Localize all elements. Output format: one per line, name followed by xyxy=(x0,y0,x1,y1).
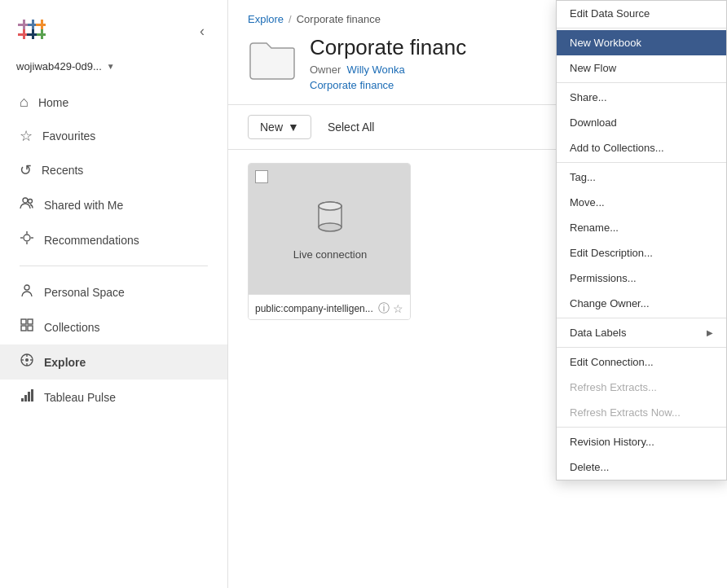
sidebar-item-collections[interactable]: Collections xyxy=(0,309,227,344)
svg-rect-33 xyxy=(31,389,33,402)
new-button-chevron-icon: ▼ xyxy=(288,121,299,134)
menu-item-new-workbook[interactable]: New Workbook xyxy=(557,30,726,55)
menu-item-label: Tag... xyxy=(570,171,596,183)
dropdown-menu[interactable]: Edit Data Source New Workbook New Flow S… xyxy=(556,0,727,480)
svg-point-19 xyxy=(24,285,29,290)
sidebar-item-home[interactable]: ⌂ Home xyxy=(0,86,227,119)
svg-rect-11 xyxy=(18,24,28,26)
database-icon xyxy=(315,198,346,235)
project-owner-link[interactable]: Willy Wonka xyxy=(347,64,405,76)
user-menu-trigger[interactable]: wojiwab429-0d9... ▼ xyxy=(0,55,227,86)
favourite-star-icon[interactable]: ☆ xyxy=(393,302,403,315)
collections-icon xyxy=(20,318,34,336)
new-button[interactable]: New ▼ xyxy=(248,115,311,139)
menu-item-data-labels[interactable]: Data Labels ▶ xyxy=(557,320,726,345)
select-all-button[interactable]: Select All xyxy=(321,116,381,138)
menu-item-refresh-extracts: Refresh Extracts... xyxy=(557,375,726,400)
menu-item-download[interactable]: Download xyxy=(557,110,726,135)
svg-rect-23 xyxy=(28,326,33,331)
svg-point-39 xyxy=(319,202,341,210)
user-menu-chevron-icon: ▼ xyxy=(107,62,115,71)
sidebar-item-label: Recents xyxy=(42,164,83,177)
menu-item-label: Refresh Extracts Now... xyxy=(570,406,681,419)
menu-item-label: Delete... xyxy=(570,461,609,473)
new-button-label: New xyxy=(260,121,283,134)
sidebar-item-explore[interactable]: Explore xyxy=(0,344,227,380)
menu-item-label: Add to Collections... xyxy=(570,142,664,154)
menu-item-revision-history[interactable]: Revision History... xyxy=(557,429,726,454)
card-footer: public:company-intelligen... ⓘ ☆ xyxy=(249,294,410,319)
shared-icon xyxy=(20,195,34,214)
menu-item-add-to-collections[interactable]: Add to Collections... xyxy=(557,135,726,160)
menu-item-change-owner[interactable]: Change Owner... xyxy=(557,291,726,316)
sidebar-item-personal-space[interactable]: Personal Space xyxy=(0,274,227,309)
svg-rect-20 xyxy=(21,319,26,324)
sidebar-item-recommendations[interactable]: Recommendations xyxy=(0,222,227,257)
menu-item-tag[interactable]: Tag... xyxy=(557,165,726,190)
menu-item-label: Data Labels xyxy=(570,327,626,339)
menu-divider-2 xyxy=(557,82,726,83)
menu-item-label: Change Owner... xyxy=(570,297,650,309)
svg-rect-31 xyxy=(24,395,27,402)
sidebar-collapse-button[interactable]: ‹ xyxy=(193,20,211,43)
info-icon[interactable]: ⓘ xyxy=(378,301,390,316)
card-name-row: public:company-intelligen... ⓘ ☆ xyxy=(255,301,403,316)
svg-rect-5 xyxy=(18,33,28,36)
owner-label: Owner xyxy=(310,64,341,76)
svg-rect-21 xyxy=(28,319,33,324)
sidebar-item-label: Home xyxy=(38,96,68,109)
menu-item-label: Download xyxy=(570,116,617,129)
menu-item-label: Edit Description... xyxy=(570,247,653,259)
recents-icon: ↺ xyxy=(20,161,32,179)
sidebar-item-label: Shared with Me xyxy=(44,199,123,212)
menu-item-label: Permissions... xyxy=(570,272,637,284)
menu-item-edit-data-source[interactable]: Edit Data Source xyxy=(557,1,726,26)
svg-rect-3 xyxy=(36,24,46,26)
menu-item-move[interactable]: Move... xyxy=(557,190,726,215)
menu-item-edit-description[interactable]: Edit Description... xyxy=(557,240,726,265)
sidebar-item-label: Favourites xyxy=(42,129,95,143)
sidebar-item-label: Personal Space xyxy=(44,286,125,299)
menu-item-refresh-extracts-now: Refresh Extracts Now... xyxy=(557,400,726,425)
datasource-card[interactable]: Live connection public:company-intellige… xyxy=(248,163,411,320)
menu-divider-5 xyxy=(557,347,726,348)
menu-item-permissions[interactable]: Permissions... xyxy=(557,265,726,291)
tableau-pulse-icon xyxy=(20,388,34,406)
svg-rect-22 xyxy=(21,326,26,331)
nav-list: ⌂ Home ☆ Favourites ↺ Recents Shared wit… xyxy=(0,86,227,428)
svg-rect-9 xyxy=(27,33,37,36)
home-icon: ⌂ xyxy=(20,94,29,111)
menu-item-label: Edit Data Source xyxy=(570,7,650,20)
menu-item-label: Edit Connection... xyxy=(570,356,654,368)
menu-divider-4 xyxy=(557,318,726,318)
tableau-logo xyxy=(16,13,52,49)
menu-item-label: Move... xyxy=(570,196,605,208)
menu-item-delete[interactable]: Delete... xyxy=(557,454,726,480)
project-folder-icon xyxy=(248,35,297,84)
menu-item-edit-connection[interactable]: Edit Connection... xyxy=(557,349,726,375)
menu-item-label: Refresh Extracts... xyxy=(570,381,657,393)
recommendations-icon xyxy=(20,230,34,249)
sidebar-item-recents[interactable]: ↺ Recents xyxy=(0,153,227,187)
menu-item-new-flow[interactable]: New Flow xyxy=(557,55,726,81)
sidebar-item-favourites[interactable]: ☆ Favourites xyxy=(0,119,227,153)
card-preview: Live connection xyxy=(249,164,411,294)
svg-point-36 xyxy=(319,223,341,231)
svg-rect-30 xyxy=(21,398,24,402)
menu-item-label: New Flow xyxy=(570,62,616,74)
menu-item-rename[interactable]: Rename... xyxy=(557,215,726,240)
sidebar: ‹ wojiwab429-0d9... ▼ ⌂ Home ☆ Favourite… xyxy=(0,0,228,588)
sidebar-item-label: Tableau Pulse xyxy=(44,391,116,404)
sidebar-item-label: Recommendations xyxy=(44,234,139,247)
user-name-label: wojiwab429-0d9... xyxy=(16,60,102,72)
explore-icon xyxy=(20,353,34,371)
project-tag[interactable]: Corporate finance xyxy=(310,79,394,91)
sidebar-item-tableau-pulse[interactable]: Tableau Pulse xyxy=(0,380,227,415)
menu-item-label: Revision History... xyxy=(570,436,654,448)
card-checkbox[interactable] xyxy=(255,170,268,183)
breadcrumb-explore-link[interactable]: Explore xyxy=(248,13,284,25)
sidebar-item-shared[interactable]: Shared with Me xyxy=(0,187,227,222)
menu-divider-3 xyxy=(557,162,726,163)
menu-item-share[interactable]: Share... xyxy=(557,85,726,110)
sidebar-item-label: Collections xyxy=(44,321,99,334)
